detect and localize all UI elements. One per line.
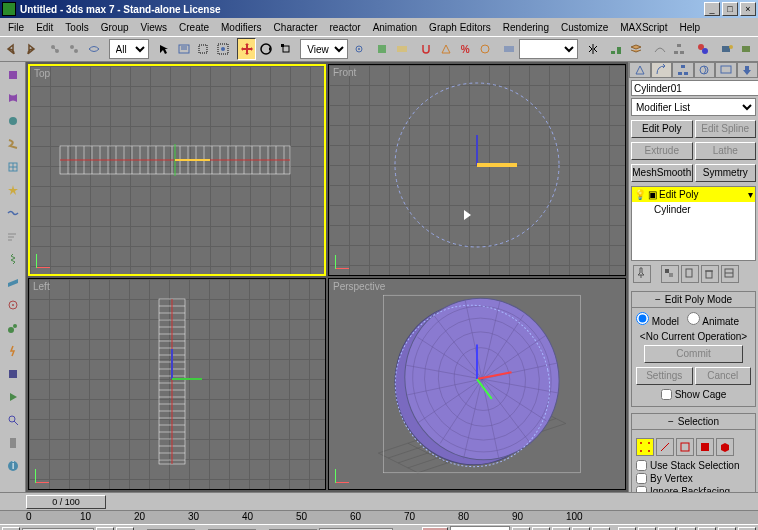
named-selection-button[interactable] bbox=[499, 38, 518, 60]
subobj-polygon-button[interactable] bbox=[696, 438, 714, 456]
viewport-top[interactable]: Top bbox=[28, 64, 326, 276]
select-by-name-button[interactable] bbox=[174, 38, 193, 60]
reactor-mesh-button[interactable] bbox=[2, 156, 24, 178]
redo-button[interactable] bbox=[22, 38, 41, 60]
menu-help[interactable]: Help bbox=[673, 20, 706, 35]
reactor-analyze-button[interactable] bbox=[2, 409, 24, 431]
menu-character[interactable]: Character bbox=[268, 20, 324, 35]
selection-filter-dropdown[interactable]: All bbox=[109, 39, 150, 59]
menu-rendering[interactable]: Rendering bbox=[497, 20, 555, 35]
select-move-button[interactable] bbox=[237, 38, 256, 60]
close-button[interactable]: × bbox=[740, 2, 756, 16]
reactor-spring-button[interactable] bbox=[2, 248, 24, 270]
autokey-button[interactable]: Auto Key bbox=[422, 527, 448, 531]
select-button[interactable] bbox=[155, 38, 174, 60]
time-slider[interactable]: 0 / 100 bbox=[0, 492, 758, 510]
menu-tools[interactable]: Tools bbox=[59, 20, 94, 35]
reactor-fracture-button[interactable] bbox=[2, 340, 24, 362]
fov-button[interactable]: ◫ bbox=[718, 527, 736, 531]
make-unique-button[interactable] bbox=[681, 265, 699, 283]
meshsmooth-button[interactable]: MeshSmooth bbox=[631, 164, 693, 182]
menu-create[interactable]: Create bbox=[173, 20, 215, 35]
settings-button[interactable]: Settings bbox=[636, 367, 693, 385]
bind-spacewarp-button[interactable] bbox=[85, 38, 104, 60]
material-editor-button[interactable] bbox=[694, 38, 713, 60]
keyboard-shortcut-button[interactable] bbox=[393, 38, 412, 60]
menu-animation[interactable]: Animation bbox=[367, 20, 423, 35]
select-rotate-button[interactable] bbox=[257, 38, 276, 60]
zoom-button[interactable]: 🔍 bbox=[658, 527, 676, 531]
reactor-water-button[interactable] bbox=[2, 202, 24, 224]
select-scale-button[interactable] bbox=[276, 38, 295, 60]
commit-button[interactable]: Commit bbox=[644, 345, 743, 363]
next-frame-button[interactable]: ▶ bbox=[572, 527, 590, 531]
menu-maxscript[interactable]: MAXScript bbox=[614, 20, 673, 35]
tab-motion[interactable] bbox=[694, 62, 716, 77]
snap-toggle-button[interactable] bbox=[417, 38, 436, 60]
show-end-result-button[interactable] bbox=[661, 265, 679, 283]
time-ruler[interactable]: 0 10 20 30 40 50 60 70 80 90 100 bbox=[0, 510, 758, 524]
stack-item-cylinder[interactable]: Cylinder bbox=[632, 202, 755, 217]
symmetry-button[interactable]: Symmetry bbox=[695, 164, 757, 182]
reactor-toy-button[interactable] bbox=[2, 317, 24, 339]
menu-edit[interactable]: Edit bbox=[30, 20, 59, 35]
tab-display[interactable] bbox=[715, 62, 737, 77]
zoom-all-button[interactable]: ⊡ bbox=[678, 527, 696, 531]
reactor-rigid-button[interactable] bbox=[2, 64, 24, 86]
pin-stack-button[interactable] bbox=[633, 265, 651, 283]
time-slider-handle[interactable]: 0 / 100 bbox=[26, 495, 106, 509]
modifier-list-dropdown[interactable]: Modifier List bbox=[631, 98, 756, 116]
subobj-edge-button[interactable] bbox=[656, 438, 674, 456]
arc-rotate-button[interactable]: ⟲ bbox=[638, 527, 656, 531]
configure-sets-button[interactable] bbox=[721, 265, 739, 283]
menu-modifiers[interactable]: Modifiers bbox=[215, 20, 268, 35]
menu-grapheditors[interactable]: Graph Editors bbox=[423, 20, 497, 35]
reactor-utils-button[interactable] bbox=[2, 432, 24, 454]
subobj-vertex-button[interactable] bbox=[636, 438, 654, 456]
reactor-cloth-button[interactable] bbox=[2, 87, 24, 109]
script-listener-button[interactable]: ⌨ bbox=[2, 527, 20, 531]
extrude-button[interactable]: Extrude bbox=[631, 142, 693, 160]
tab-hierarchy[interactable] bbox=[672, 62, 694, 77]
goto-start-button[interactable]: |◀ bbox=[512, 527, 530, 531]
min-max-toggle-button[interactable]: ▣ bbox=[738, 527, 756, 531]
window-crossing-button[interactable] bbox=[213, 38, 232, 60]
radio-model[interactable]: Model bbox=[636, 312, 679, 327]
reactor-about-button[interactable]: i bbox=[2, 455, 24, 477]
tab-modify[interactable] bbox=[651, 62, 673, 77]
editspline-button[interactable]: Edit Spline bbox=[695, 120, 757, 138]
quick-render-button[interactable] bbox=[738, 38, 757, 60]
radio-animate[interactable]: Animate bbox=[687, 312, 739, 327]
mirror-button[interactable] bbox=[583, 38, 602, 60]
manipulate-button[interactable] bbox=[373, 38, 392, 60]
menu-reactor[interactable]: reactor bbox=[324, 20, 367, 35]
ref-coord-dropdown[interactable]: View bbox=[300, 39, 348, 59]
keyfilter-dropdown[interactable]: Selected bbox=[450, 526, 510, 531]
by-vertex-checkbox[interactable] bbox=[636, 473, 647, 484]
spinner-snap-button[interactable] bbox=[475, 38, 494, 60]
unlink-button[interactable] bbox=[65, 38, 84, 60]
maximize-button[interactable]: □ bbox=[722, 2, 738, 16]
reactor-motor-button[interactable] bbox=[2, 294, 24, 316]
object-name-field[interactable] bbox=[631, 80, 758, 96]
percent-snap-button[interactable]: % bbox=[456, 38, 475, 60]
cancel-button[interactable]: Cancel bbox=[695, 367, 752, 385]
angle-snap-button[interactable] bbox=[436, 38, 455, 60]
menu-file[interactable]: File bbox=[2, 20, 30, 35]
tab-create[interactable] bbox=[629, 62, 651, 77]
absolute-mode-button[interactable]: ⊕ bbox=[116, 527, 134, 531]
link-button[interactable] bbox=[45, 38, 64, 60]
menu-customize[interactable]: Customize bbox=[555, 20, 614, 35]
viewport-left[interactable]: Left bbox=[28, 278, 326, 490]
reactor-wind-button[interactable] bbox=[2, 225, 24, 247]
reactor-star-button[interactable] bbox=[2, 179, 24, 201]
align-button[interactable] bbox=[607, 38, 626, 60]
lathe-button[interactable]: Lathe bbox=[695, 142, 757, 160]
viewport-front[interactable]: Front bbox=[328, 64, 626, 276]
named-selection-dropdown[interactable] bbox=[519, 39, 578, 59]
pan-view-button[interactable]: ✋ bbox=[618, 527, 636, 531]
modifier-stack[interactable]: 💡 ▣ Edit Poly ▾ Cylinder bbox=[631, 186, 756, 261]
lock-selection-button[interactable]: 🔒 bbox=[96, 527, 114, 531]
menu-views[interactable]: Views bbox=[135, 20, 174, 35]
editpoly-button[interactable]: Edit Poly bbox=[631, 120, 693, 138]
